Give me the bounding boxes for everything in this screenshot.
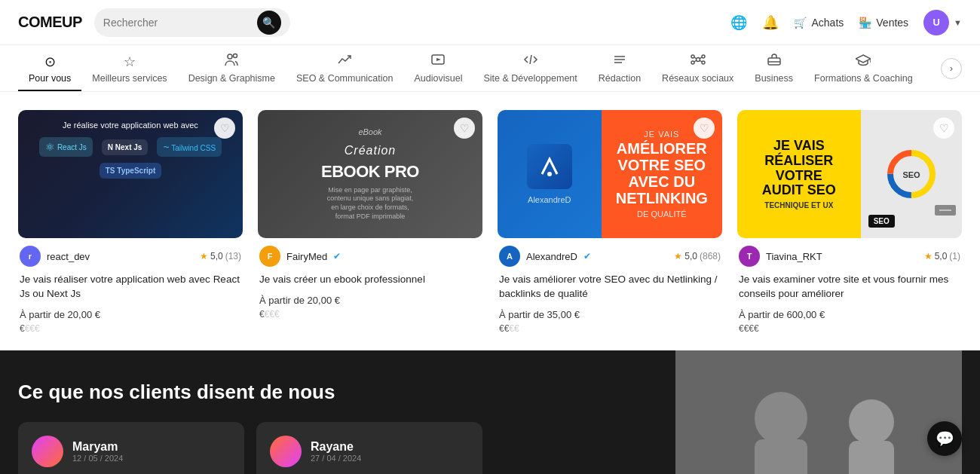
sidebar-item-formations-coaching[interactable]: Formations & Coaching (804, 45, 923, 91)
username-1: react_dev (47, 251, 90, 262)
card-price-3: À partir de 35,00 € (498, 304, 722, 322)
nav-next-button[interactable]: › (941, 58, 962, 79)
svg-point-10 (702, 55, 705, 58)
card-favorite-2[interactable]: ♡ (454, 118, 475, 139)
username-3: AlexandreD (526, 251, 577, 262)
ebook-pro-title: EBOOK PRO (321, 162, 419, 182)
briefcase-icon (767, 53, 782, 70)
ebook-description: Mise en page par graphiste, contenu uniq… (325, 186, 415, 222)
user-avatar-4: T (739, 246, 760, 267)
card-title-2: Je vais créer un ebook professionnel (258, 270, 482, 290)
testimonial-avatar-2 (270, 436, 302, 467)
card-favorite-4[interactable]: ♡ (933, 118, 954, 139)
avatar: U (923, 10, 949, 35)
card-meta-3: A AlexandreD ✔ ★ 5,0 (868) (498, 238, 722, 270)
network-icon (691, 53, 706, 70)
service-card-4[interactable]: JE VAISRÉALISERVOTREAUDIT SEO TECHNIQUE … (737, 110, 962, 335)
euro-indicators-3: €€€€ (498, 322, 722, 335)
chevron-right-icon: › (950, 63, 953, 74)
user-avatar-1: r (20, 246, 41, 267)
svg-line-14 (700, 57, 702, 59)
svg-line-13 (694, 57, 697, 59)
svg-marker-3 (436, 58, 441, 61)
testimonial-info-2: Rayane 27 / 04 / 2024 (311, 440, 361, 463)
svg-point-8 (696, 58, 700, 62)
creation-label: Création (345, 144, 396, 157)
card-title-4: Je vais examiner votre site et vous four… (737, 270, 962, 304)
sidebar-item-redaction[interactable]: Rédaction (588, 45, 651, 91)
graduation-icon (856, 53, 871, 70)
svg-marker-19 (856, 55, 871, 63)
chart-legend (935, 205, 956, 216)
card-image-1: Je réalise votre application web avec ⚛ … (18, 110, 243, 238)
username-4: Tiavina_RKT (766, 251, 822, 262)
testimonial-info-1: Maryam 12 / 05 / 2024 (72, 440, 123, 463)
logo[interactable]: COMEUP (18, 14, 82, 31)
ventes-button[interactable]: 🏪 Ventes (859, 17, 908, 29)
card2-visual: eBook Création EBOOK PRO Mise en page pa… (258, 110, 482, 238)
card3-left-panel: AlexandreD (498, 110, 602, 238)
rating-1: ★ 5,0 (13) (200, 251, 241, 261)
svg-point-12 (702, 61, 705, 64)
cards-section: Je réalise votre application web avec ⚛ … (0, 92, 980, 350)
sidebar-item-pour-vous[interactable]: ⊙ Pour vous (18, 46, 81, 91)
card-price-2: À partir de 20,00 € (258, 290, 482, 307)
service-card-3[interactable]: AlexandreD JE VAIS AMÉLIORERVOTRE SEOAVE… (498, 110, 722, 335)
svg-text:SEO: SEO (902, 170, 920, 179)
sidebar-item-business[interactable]: Business (744, 45, 804, 91)
svg-point-9 (691, 55, 694, 58)
search-bar: 🔍 (94, 8, 290, 37)
search-icon: 🔍 (262, 17, 275, 29)
users-icon (224, 53, 239, 70)
star-icon-3: ★ (674, 251, 682, 261)
card-favorite-3[interactable]: ♡ (694, 118, 715, 139)
svg-point-11 (691, 61, 694, 64)
nextjs-badge: N Next Js (102, 139, 149, 155)
cart-icon: 🛒 (794, 17, 807, 29)
euro-indicators-4: €€€€ (737, 322, 962, 335)
card-price-1: À partir de 20,00 € (18, 304, 243, 322)
sidebar-item-seo-communication[interactable]: SEO & Communication (286, 45, 404, 91)
testimonials-section: Ce que nos clients disent de nous Maryam… (0, 350, 980, 474)
svg-point-32 (849, 399, 894, 445)
chat-icon: 💬 (936, 430, 954, 448)
chart-icon (337, 53, 352, 70)
service-card-2[interactable]: eBook Création EBOOK PRO Mise en page pa… (258, 110, 482, 335)
sidebar-item-reseaux-sociaux[interactable]: Réseaux sociaux (651, 45, 744, 91)
svg-line-15 (694, 60, 697, 62)
sidebar-item-design-graphisme[interactable]: Design & Graphisme (178, 45, 286, 91)
sidebar-item-meilleurs-services[interactable]: ☆ Meilleurs services (81, 46, 177, 91)
achats-button[interactable]: 🛒 Achats (794, 17, 844, 29)
testimonial-header-2: Rayane 27 / 04 / 2024 (270, 436, 469, 467)
rating-4: ★ 5,0 (1) (924, 251, 960, 261)
alexandred-logo (527, 144, 572, 189)
react-badge: ⚛ React Js (39, 137, 93, 157)
service-card-1[interactable]: Je réalise votre application web avec ⚛ … (18, 110, 243, 335)
card-image-2: eBook Création EBOOK PRO Mise en page pa… (258, 110, 482, 238)
svg-point-0 (228, 54, 232, 59)
star-icon-4: ★ (924, 251, 933, 261)
testimonial-name-1: Maryam (72, 440, 123, 454)
star-icon: ★ (200, 251, 208, 261)
navigation: ⊙ Pour vous ☆ Meilleurs services Design … (0, 45, 980, 92)
notifications-button[interactable]: 🔔 (762, 14, 779, 31)
svg-rect-33 (849, 441, 894, 474)
shop-icon: 🏪 (859, 17, 871, 29)
sidebar-item-audiovisuel[interactable]: Audiovisuel (403, 45, 473, 91)
card-image-3: AlexandreD JE VAIS AMÉLIORERVOTRE SEOAVE… (498, 110, 722, 238)
card4-left-panel: JE VAISRÉALISERVOTREAUDIT SEO TECHNIQUE … (737, 110, 861, 238)
testimonials-people-image (675, 381, 962, 474)
card-favorite-1[interactable]: ♡ (214, 118, 235, 139)
play-icon (430, 53, 446, 70)
testimonial-date-1: 12 / 05 / 2024 (72, 454, 123, 463)
chat-button[interactable]: 💬 (927, 421, 962, 456)
ebook-italic: eBook (358, 127, 381, 136)
user-avatar-3: A (499, 246, 520, 267)
avatar-button[interactable]: U ▼ (923, 10, 962, 35)
sidebar-item-site-developpement[interactable]: Site & Développement (473, 45, 587, 91)
search-button[interactable]: 🔍 (257, 11, 281, 35)
globe-button[interactable]: 🌐 (730, 14, 747, 31)
seo-label-badge: SEO (868, 215, 895, 228)
search-input[interactable] (103, 17, 251, 29)
ts-badge: TS TypeScript (100, 163, 162, 179)
